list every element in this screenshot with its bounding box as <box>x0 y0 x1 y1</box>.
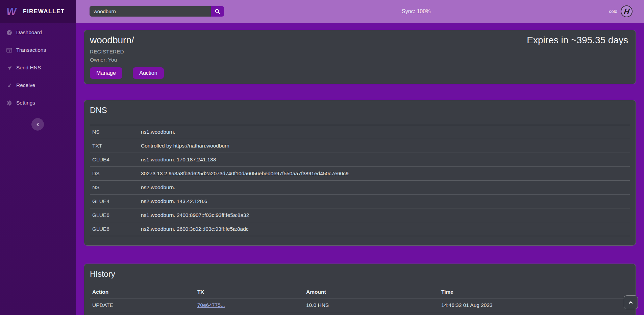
sidebar-item-label: Receive <box>16 82 35 88</box>
table-row: NS ns2.woodburn. <box>90 181 630 195</box>
domain-actions: Manage Auction <box>90 67 629 79</box>
dns-section-title: DNS <box>90 105 630 116</box>
topbar: Sync: 100% cold H <box>76 0 644 23</box>
sidebar-item-send-hns[interactable]: Send HNS <box>0 59 76 76</box>
dns-record-value: ns2.woodburn. 2600:3c02::f03c:93ff:fe5a:… <box>141 226 630 232</box>
brand-logo[interactable]: W FIREWALLET <box>0 0 76 23</box>
handshake-logo-icon[interactable]: H <box>621 5 633 17</box>
manage-button[interactable]: Manage <box>90 67 122 79</box>
transactions-table-icon <box>6 47 12 53</box>
dns-record-type: GLUE6 <box>92 226 141 232</box>
history-action: UPDATE <box>92 302 197 308</box>
column-header-amount: Amount <box>306 289 441 295</box>
dns-record-type: GLUE4 <box>92 198 141 204</box>
search-bar <box>90 6 224 17</box>
dns-table: NS ns1.woodburn. TXT Controlled by https… <box>90 125 630 236</box>
auction-button[interactable]: Auction <box>133 67 164 79</box>
column-header-tx: TX <box>197 289 306 295</box>
gear-icon <box>6 100 12 106</box>
dns-record-value: ns1.woodburn. 170.187.241.138 <box>141 157 630 163</box>
dns-record-value: 30273 13 2 9a3a8fb3d625d2a2073d740f10da6… <box>141 171 630 177</box>
search-icon <box>215 8 220 14</box>
column-header-action: Action <box>92 289 197 295</box>
history-card: History Action TX Amount Time UPDATE 70e… <box>84 264 636 315</box>
column-header-time: Time <box>441 289 630 295</box>
table-row: GLUE6 ns1.woodburn. 2400:8907::f03c:93ff… <box>90 208 630 222</box>
receive-arrow-icon <box>6 83 12 88</box>
dns-record-type: NS <box>92 184 141 190</box>
wallet-area: cold H <box>609 0 633 23</box>
scroll-to-top-button[interactable] <box>624 295 638 309</box>
dashboard-gauge-icon <box>6 30 12 36</box>
chevron-left-icon <box>35 122 40 127</box>
table-header-row: Action TX Amount Time <box>90 286 630 298</box>
table-row: GLUE4 ns1.woodburn. 170.187.241.138 <box>90 153 630 167</box>
history-table: Action TX Amount Time UPDATE 70e64775...… <box>90 286 630 315</box>
search-button[interactable] <box>211 6 224 17</box>
history-section-title: History <box>90 269 630 279</box>
dns-record-value: ns2.woodburn. <box>141 184 630 190</box>
table-row: RENEW d2a74c13... 10.0 HNS 15:47:32 07 J… <box>90 312 630 315</box>
send-icon <box>6 65 12 71</box>
table-row: DS 30273 13 2 9a3a8fb3d625d2a2073d740f10… <box>90 167 630 181</box>
table-row: NS ns1.woodburn. <box>90 125 630 139</box>
sync-status: Sync: 100% <box>402 0 430 23</box>
history-time: 14:46:32 01 Aug 2023 <box>441 302 630 308</box>
table-row: UPDATE 70e64775... 10.0 HNS 14:46:32 01 … <box>90 298 630 312</box>
sidebar-item-label: Dashboard <box>16 29 42 36</box>
dns-record-type: GLUE6 <box>92 212 141 218</box>
sidebar-item-label: Send HNS <box>16 65 41 71</box>
caret-up-icon <box>628 300 634 305</box>
dns-card: DNS NS ns1.woodburn. TXT Controlled by h… <box>84 100 636 246</box>
sidebar-nav: Dashboard Transactions Send HNS <box>0 23 76 112</box>
sidebar-item-settings[interactable]: Settings <box>0 94 76 112</box>
sidebar-item-receive[interactable]: Receive <box>0 76 76 94</box>
dns-record-value: ns1.woodburn. 2400:8907::f03c:93ff:fe5a:… <box>141 212 630 218</box>
dns-record-value: ns2.woodburn. 143.42.128.6 <box>141 198 630 204</box>
wallet-name: cold <box>609 9 617 14</box>
dns-record-type: GLUE4 <box>92 157 141 163</box>
sidebar-item-dashboard[interactable]: Dashboard <box>0 24 76 41</box>
sidebar-collapse-button[interactable] <box>31 118 44 131</box>
dns-record-type: NS <box>92 129 141 135</box>
domain-status: REGISTERED <box>90 49 629 55</box>
sidebar-item-label: Settings <box>16 100 35 106</box>
domain-card: woodburn/ REGISTERED Owner: You Manage A… <box>84 30 636 84</box>
table-row: TXT Controlled by https://nathan.woodbur… <box>90 139 630 153</box>
table-row: GLUE4 ns2.woodburn. 143.42.128.6 <box>90 195 630 208</box>
sidebar-item-transactions[interactable]: Transactions <box>0 41 76 59</box>
dns-record-type: DS <box>92 171 141 177</box>
domain-owner: Owner: You <box>90 57 629 63</box>
brand-name: FIREWALLET <box>23 8 65 15</box>
dns-record-value: ns1.woodburn. <box>141 129 630 135</box>
history-amount: 10.0 HNS <box>306 302 441 308</box>
tx-link[interactable]: 70e64775... <box>197 302 225 308</box>
search-input[interactable] <box>90 6 211 17</box>
dns-record-value: Controlled by https://nathan.woodburn <box>141 143 630 149</box>
sidebar-item-label: Transactions <box>16 47 46 53</box>
dns-record-type: TXT <box>92 143 141 149</box>
expires-label: Expires in ~395.35 days <box>527 34 628 46</box>
sidebar: W FIREWALLET Dashboard <box>0 0 76 315</box>
table-row: GLUE6 ns2.woodburn. 2600:3c02::f03c:93ff… <box>90 222 630 236</box>
firewallet-logo-icon: W <box>6 5 19 18</box>
svg-text:W: W <box>6 6 17 18</box>
